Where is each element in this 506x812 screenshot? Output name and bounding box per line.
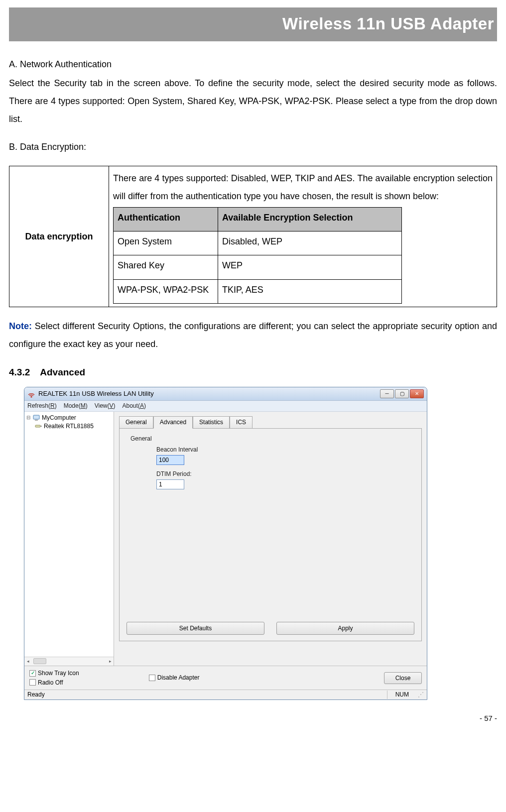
tree-body: ⊟ MyComputer Realtek RTL81885 — [24, 412, 114, 657]
dtim-period-label: DTIM Period: — [156, 470, 414, 478]
disable-adapter-label: Disable Adapter — [157, 674, 200, 682]
bottom-left-checks: Show Tray Icon Radio Off — [29, 669, 99, 687]
right-pane: General Advanced Statistics ICS General … — [114, 412, 427, 666]
show-tray-label: Show Tray Icon — [38, 669, 79, 678]
disable-adapter-checkbox[interactable] — [149, 675, 155, 681]
radio-off-checkbox[interactable] — [29, 679, 36, 686]
inner-th-auth: Authentication — [114, 208, 218, 232]
panel-button-row: Set Defaults Apply — [126, 622, 414, 635]
computer-icon — [32, 414, 40, 421]
bottom-center: Disable Adapter — [99, 674, 384, 682]
close-window-button[interactable]: ✕ — [410, 389, 424, 398]
beacon-interval-input[interactable] — [156, 455, 184, 465]
beacon-interval-label: Beacon Interval — [156, 446, 414, 454]
show-tray-icon-row[interactable]: Show Tray Icon — [29, 669, 79, 678]
section-a-heading: A. Network Authentication — [9, 55, 497, 73]
section-a-body: Select the Security tab in the screen ab… — [9, 74, 497, 128]
tab-advanced[interactable]: Advanced — [153, 416, 193, 429]
svg-rect-1 — [35, 420, 38, 421]
show-tray-checkbox[interactable] — [29, 670, 36, 677]
data-encryption-table: Data encryption There are 4 types suppor… — [9, 166, 497, 307]
close-button[interactable]: Close — [384, 672, 422, 684]
bottom-bar: Show Tray Icon Radio Off Disable Adapter… — [24, 666, 427, 690]
table-row: WPA-PSK, WPA2-PSK TKIP, AES — [114, 279, 402, 303]
menu-mode[interactable]: Mode(M) — [64, 402, 88, 410]
svg-rect-0 — [33, 415, 39, 419]
scroll-right-icon[interactable]: ▸ — [107, 658, 114, 665]
table-row: Open System Disabled, WEP — [114, 232, 402, 255]
disable-adapter-row[interactable]: Disable Adapter — [149, 674, 200, 682]
tree-collapse-icon[interactable]: ⊟ — [26, 414, 31, 421]
tree-pane: ⊟ MyComputer Realtek RTL81885 ◂ ▸ — [24, 412, 114, 666]
cell-enc: Disabled, WEP — [218, 232, 402, 255]
svg-rect-3 — [40, 426, 42, 427]
inner-th-encryption: Available Encryption Selection — [218, 208, 402, 232]
table-row: Shared Key WEP — [114, 255, 402, 279]
radio-off-label: Radio Off — [38, 679, 63, 687]
page-number: - 57 - — [9, 711, 497, 726]
cell-auth: Shared Key — [114, 255, 218, 279]
tree-item-mycomputer[interactable]: ⊟ MyComputer — [26, 414, 112, 422]
document-header: Wireless 11n USB Adapter — [9, 7, 497, 41]
menu-about[interactable]: About(A) — [123, 402, 146, 410]
menubar: Refresh(R) Mode(M) View(V) About(A) — [24, 401, 427, 412]
window-buttons: ─ ▢ ✕ — [380, 389, 424, 398]
cell-auth: WPA-PSK, WPA2-PSK — [114, 279, 218, 303]
outer-table-left-cell: Data encryption — [9, 166, 109, 307]
heading-432-title: Advanced — [40, 367, 85, 377]
wlan-utility-window: REALTEK 11n USB Wireless LAN Utility ─ ▢… — [24, 387, 427, 700]
encryption-intro: There are 4 types supported: Disabled, W… — [113, 173, 493, 201]
radio-off-row[interactable]: Radio Off — [29, 679, 79, 687]
cell-enc: WEP — [218, 255, 402, 279]
status-bar: Ready NUM ⋰ — [24, 690, 427, 699]
tab-ics[interactable]: ICS — [230, 416, 253, 429]
menu-view[interactable]: View(V) — [95, 402, 116, 410]
heading-4-3-2: 4.3.2Advanced — [9, 363, 497, 382]
outer-table-right-cell: There are 4 types supported: Disabled, W… — [109, 166, 497, 307]
encryption-inner-table: Authentication Available Encryption Sele… — [113, 207, 402, 304]
minimize-button[interactable]: ─ — [380, 389, 394, 398]
note-label: Note: — [9, 321, 32, 331]
dtim-period-input[interactable] — [156, 479, 184, 489]
scroll-left-icon[interactable]: ◂ — [24, 658, 31, 665]
tab-statistics[interactable]: Statistics — [193, 416, 230, 429]
tab-general[interactable]: General — [119, 416, 153, 429]
adapter-icon — [34, 423, 42, 430]
status-ready: Ready — [27, 691, 387, 699]
status-num: NUM — [387, 691, 417, 699]
tree-label-adapter: Realtek RTL81885 — [44, 422, 94, 431]
set-defaults-button[interactable]: Set Defaults — [126, 622, 264, 635]
section-b-heading: B. Data Encryption: — [9, 138, 497, 156]
content-area: ⊟ MyComputer Realtek RTL81885 ◂ ▸ — [24, 412, 427, 666]
tree-item-adapter[interactable]: Realtek RTL81885 — [34, 422, 112, 431]
note-paragraph: Note: Select different Security Options,… — [9, 317, 497, 353]
heading-432-number: 4.3.2 — [9, 363, 30, 382]
scroll-thumb[interactable] — [33, 658, 46, 664]
tab-panel-advanced: General Beacon Interval DTIM Period: Set… — [119, 428, 422, 641]
cell-auth: Open System — [114, 232, 218, 255]
resize-grip-icon[interactable]: ⋰ — [417, 691, 424, 699]
wifi-icon — [27, 390, 35, 398]
tab-strip: General Advanced Statistics ICS — [119, 416, 422, 428]
note-body: Select different Security Options, the c… — [9, 321, 497, 349]
titlebar[interactable]: REALTEK 11n USB Wireless LAN Utility ─ ▢… — [24, 387, 427, 401]
menu-refresh[interactable]: Refresh(R) — [27, 402, 57, 410]
tree-horizontal-scrollbar[interactable]: ◂ ▸ — [24, 657, 114, 666]
window-title: REALTEK 11n USB Wireless LAN Utility — [38, 389, 380, 398]
apply-button[interactable]: Apply — [276, 622, 414, 635]
svg-rect-2 — [35, 425, 40, 427]
cell-enc: TKIP, AES — [218, 279, 402, 303]
maximize-button[interactable]: ▢ — [395, 389, 409, 398]
group-general-label: General — [130, 435, 414, 443]
tree-label-mycomputer: MyComputer — [42, 414, 76, 422]
